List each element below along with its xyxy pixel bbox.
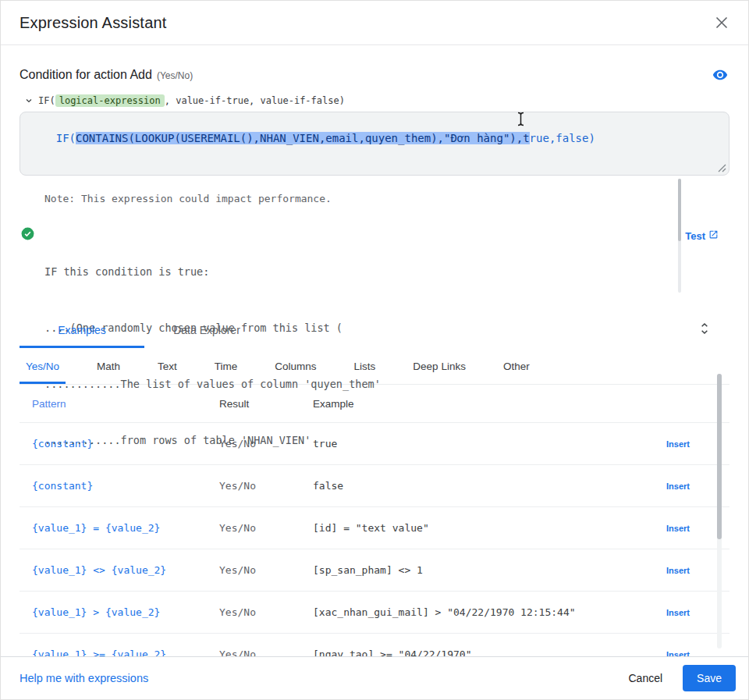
tab-examples[interactable]: Examples [20,314,144,348]
save-button[interactable]: Save [683,665,736,691]
syntax-suffix: , value-if-true, value-if-false) [165,95,345,106]
result-line: ............from rows of table 'NHAN_VIE… [44,431,729,449]
dialog-footer: Help me with expressions Cancel Save [1,656,748,699]
pattern-cell: {value_1} > {value_2} [32,606,219,618]
expression-post: rue,false) [530,132,595,144]
performance-note: Note: This expression could impact perfo… [44,193,729,204]
tab-data-explorer[interactable]: Data Explorer [144,314,269,348]
expression-selected-text: CONTAINS(LOOKUP(USEREMAIL(),NHAN_VIEN,em… [76,132,530,144]
close-button[interactable] [712,13,731,32]
dialog-header: Expression Assistant [1,1,748,45]
chevron-down-icon [24,96,34,108]
result-line: IF this condition is true: [44,262,729,281]
open-in-new-icon [708,229,719,242]
result-description: IF this condition is true: ....(One rand… [44,225,729,487]
insert-button[interactable]: Insert [666,524,690,533]
syntax-prefix: IF( [38,95,55,106]
result-cell: Yes/No [219,522,313,534]
syntax-highlight-chip: logical-expression [55,94,165,107]
close-icon [715,20,728,31]
insert-button[interactable]: Insert [666,608,690,617]
example-cell: [id] = "text value" [313,522,643,534]
preview-button[interactable] [711,66,729,84]
syntax-hint-row: IF(logical-expression, value-if-true, va… [24,94,729,107]
result-scrollbar-thumb[interactable] [678,179,681,241]
eye-icon [712,73,728,85]
help-link[interactable]: Help me with expressions [20,672,148,684]
insert-button[interactable]: Insert [666,566,690,575]
result-scrollbar[interactable] [678,179,681,293]
table-row: {value_1} > {value_2} Yes/No [xac_nhan_g… [20,591,729,633]
check-circle-icon [20,226,35,241]
dialog-title: Expression Assistant [20,14,167,32]
condition-label: Condition for action Add [20,68,152,82]
expression-assistant-dialog: Expression Assistant Condition for actio… [0,0,749,700]
editor-resize-handle[interactable] [678,164,726,172]
expression-pre: IF( [56,132,76,144]
result-section: IF this condition is true: ....(One rand… [20,225,729,303]
test-link[interactable]: Test [685,229,719,242]
panel-collapse-button[interactable] [695,318,714,339]
examples-scrollbar[interactable] [717,374,722,648]
table-row: {value_1} = {value_2} Yes/No [id] = "tex… [20,506,729,549]
condition-type-hint: (Yes/No) [157,70,193,81]
expression-editor[interactable]: IF(CONTAINS(LOOKUP(USEREMAIL(),NHAN_VIEN… [20,112,729,176]
example-cell: [sp_san_pham] <> 1 [313,564,643,576]
result-cell: Yes/No [219,564,313,576]
cancel-button[interactable]: Cancel [620,666,670,691]
example-cell: [xac_nhan_gui_mail] > "04/22/1970 12:15:… [313,606,643,618]
unfold-more-icon [698,326,711,338]
result-line: ............The list of values of column… [44,375,729,393]
pattern-cell: {value_1} <> {value_2} [32,564,219,576]
table-row: {value_1} <> {value_2} Yes/No [sp_san_ph… [20,549,729,591]
pattern-cell: {value_1} = {value_2} [32,522,219,534]
result-cell: Yes/No [219,606,313,618]
syntax-collapse-button[interactable] [24,96,38,105]
condition-row: Condition for action Add (Yes/No) [20,66,729,84]
tabs-row: Examples Data Explorer [1,314,748,348]
test-label: Test [685,230,705,242]
examples-scrollbar-thumb[interactable] [717,374,722,539]
